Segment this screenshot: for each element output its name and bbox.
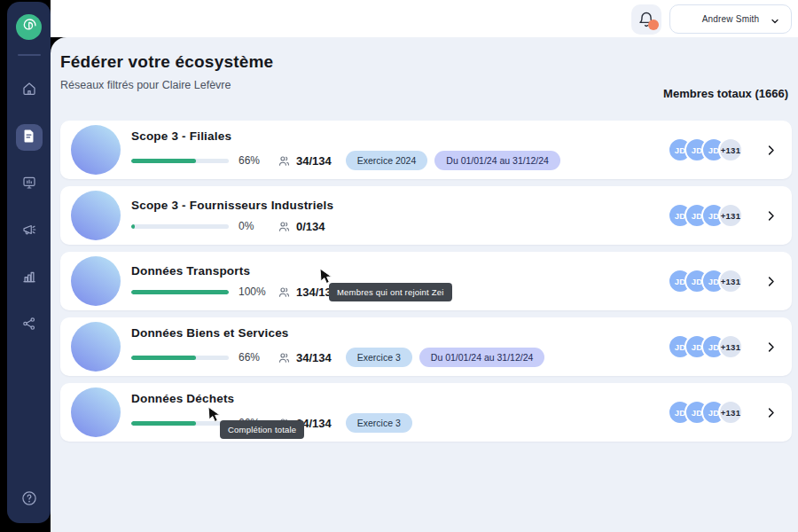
member-avatar-stack: JDJDJD+131 <box>668 203 743 228</box>
member-avatar-stack: JDJDJD+131 <box>668 137 743 162</box>
home-icon <box>21 81 37 100</box>
page-header: Fédérer votre écosystème Réseaux filtrés… <box>60 52 788 104</box>
megaphone-icon <box>21 222 37 241</box>
topbar: Andrew Smith <box>51 0 798 37</box>
badge-list: Exercice 3Du 01/01/24 au 31/12/24 <box>346 348 545 367</box>
badge: Du 01/01/24 au 31/12/24 <box>434 151 560 170</box>
user-menu[interactable]: Andrew Smith <box>669 4 792 34</box>
network-card[interactable]: Scope 3 - Filiales 66% 34/134 Exercice 2… <box>60 121 792 179</box>
network-title: Données Déchets <box>131 392 412 405</box>
members-count: 34/134 <box>296 154 332 168</box>
members-count: 0/134 <box>296 220 325 233</box>
network-card[interactable]: Données Déchets 66% 34/134 Exercice 3 JD… <box>60 383 792 442</box>
network-avatar <box>71 387 121 437</box>
monitor-chart-icon <box>21 175 37 194</box>
spiral-logo-icon <box>20 16 39 39</box>
network-icon <box>21 316 37 335</box>
member-overflow-count: +131 <box>718 203 743 228</box>
progress-bar <box>131 224 229 229</box>
member-avatar-stack: JDJDJD+131 <box>668 400 743 425</box>
progress-fill <box>131 159 196 163</box>
network-title: Données Biens et Services <box>131 326 544 340</box>
badge: Exercice 3 <box>346 413 412 433</box>
progress-percent: 0% <box>239 220 270 232</box>
members-group-icon <box>278 220 291 233</box>
chevron-right-icon[interactable] <box>764 144 778 157</box>
chevron-right-icon[interactable] <box>764 275 778 288</box>
network-avatar <box>71 322 121 372</box>
bar-chart-icon <box>21 269 37 288</box>
user-name: Andrew Smith <box>702 14 760 24</box>
chevron-right-icon[interactable] <box>764 340 778 354</box>
progress-percent: 66% <box>239 351 270 364</box>
network-card-list: Scope 3 - Filiales 66% 34/134 Exercice 2… <box>60 121 792 442</box>
sidebar-item-dashboard[interactable] <box>16 171 43 198</box>
badge: Exercice 3 <box>346 348 412 367</box>
sidebar-nav <box>16 77 43 339</box>
chevron-down-icon <box>770 14 780 30</box>
sidebar-item-stats[interactable] <box>16 265 43 292</box>
network-avatar <box>71 125 121 175</box>
progress-percent: 100% <box>239 286 270 298</box>
question-circle-icon <box>20 495 38 510</box>
progress-bar <box>131 290 229 294</box>
members-group-icon <box>278 154 291 168</box>
member-overflow-count: +131 <box>718 334 743 359</box>
network-card[interactable]: Données Biens et Services 66% 34/134 Exe… <box>60 317 792 376</box>
network-title: Scope 3 - Fournisseurs Industriels <box>131 199 340 212</box>
badge-list: Exercice 3 <box>346 413 412 433</box>
brand-logo[interactable] <box>16 14 42 40</box>
chevron-right-icon[interactable] <box>764 406 778 419</box>
member-overflow-count: +131 <box>718 400 743 425</box>
sidebar-item-network[interactable] <box>16 312 43 339</box>
badge-list: Exercice 2024Du 01/01/24 au 31/12/24 <box>346 151 560 170</box>
members-count: 34/134 <box>296 351 332 364</box>
mouse-cursor <box>318 268 335 289</box>
badge: Exercice 2024 <box>346 151 428 170</box>
page-title: Fédérer votre écosystème <box>60 52 788 72</box>
help-button[interactable] <box>20 489 38 511</box>
progress-fill <box>131 356 196 360</box>
progress-fill <box>131 224 135 229</box>
notifications-button[interactable] <box>631 4 661 35</box>
tooltip-completion: Complétion totale <box>220 420 304 439</box>
network-avatar <box>71 191 121 240</box>
network-card[interactable]: Données Transports 100% 134/134 JDJDJD+1… <box>60 252 792 310</box>
progress-fill <box>131 421 196 426</box>
sidebar-item-home[interactable] <box>16 77 43 104</box>
notification-badge-dot <box>648 20 659 30</box>
member-overflow-count: +131 <box>718 269 743 293</box>
sidebar-item-documents[interactable] <box>16 124 43 151</box>
progress-bar <box>131 159 229 163</box>
tooltip-members-joined: Membres qui ont rejoint Zei <box>329 283 452 301</box>
badge: Du 01/01/24 au 31/12/24 <box>419 348 545 367</box>
sidebar <box>7 2 51 523</box>
members-total: Membres totaux (1666) <box>663 87 788 100</box>
network-card[interactable]: Scope 3 - Fournisseurs Industriels 0% 0/… <box>60 186 792 245</box>
member-avatar-stack: JDJDJD+131 <box>668 334 743 359</box>
members-group-icon <box>278 286 291 299</box>
progress-bar <box>131 356 229 360</box>
progress-percent: 66% <box>239 154 270 167</box>
member-avatar-stack: JDJDJD+131 <box>668 269 743 293</box>
sidebar-divider <box>18 54 41 56</box>
network-avatar <box>71 256 121 306</box>
chevron-right-icon[interactable] <box>764 209 778 223</box>
progress-fill <box>131 290 229 294</box>
document-icon <box>21 129 36 147</box>
member-overflow-count: +131 <box>718 137 743 162</box>
sidebar-item-campaigns[interactable] <box>16 218 43 245</box>
network-title: Scope 3 - Filiales <box>131 129 560 143</box>
mouse-cursor <box>207 406 223 427</box>
members-group-icon <box>278 351 291 364</box>
